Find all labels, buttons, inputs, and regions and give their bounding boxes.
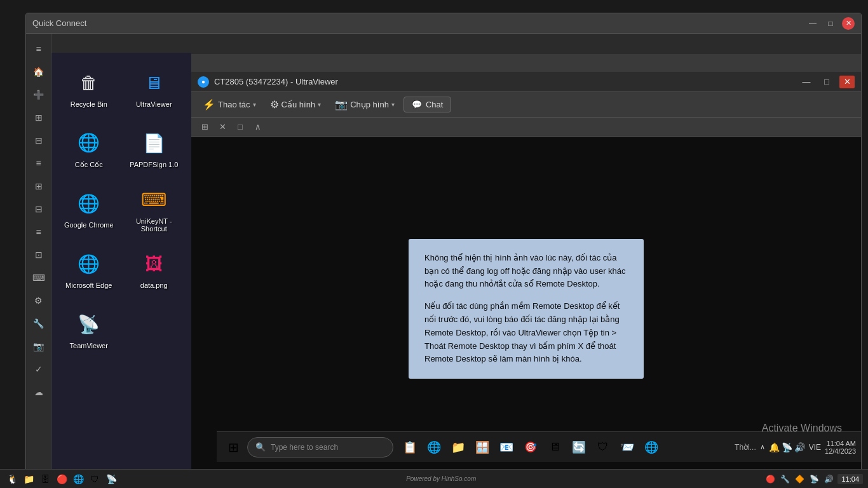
- taskbar-app-gaming[interactable]: 🎯: [519, 436, 542, 459]
- coccoc-icon: 🌐: [74, 128, 104, 158]
- bottom-terminal-icon[interactable]: 🗄: [38, 472, 52, 486]
- taskbar-app-store[interactable]: 🪟: [471, 436, 494, 459]
- sidebar-collapse1-icon[interactable]: ⊟: [29, 130, 49, 151]
- taskbar-time: 11:04 AM: [825, 440, 856, 447]
- cau-hinh-label: Cấu hình: [281, 100, 316, 109]
- outer-maximize-button[interactable]: □: [824, 17, 837, 30]
- bottom-firefox-icon[interactable]: 🔴: [55, 472, 69, 486]
- sub-toolbar-close-icon[interactable]: ✕: [215, 120, 229, 134]
- powered-by-label: Powered by HinhSo.com: [406, 475, 476, 482]
- bottom-mint-icon[interactable]: 🐧: [5, 472, 19, 486]
- sidebar-camera-icon[interactable]: 📷: [29, 336, 49, 356]
- chup-hinh-button[interactable]: 📷 Chụp hình ▾: [330, 96, 400, 113]
- sidebar-home-icon[interactable]: 🏠: [29, 62, 49, 82]
- taskbar-app-sync[interactable]: 🔄: [567, 436, 590, 459]
- teamviewer-icon: 📡: [74, 309, 104, 339]
- taskbar-app-edge[interactable]: 🌐: [423, 436, 445, 459]
- desktop-icon-teamviewer[interactable]: 📡 TeamViewer: [58, 301, 120, 358]
- bottom-orange-icon[interactable]: 🔶: [793, 473, 806, 485]
- sidebar-keyboard-icon[interactable]: ⌨: [29, 268, 49, 288]
- sidebar-menu3-icon[interactable]: ≡: [29, 222, 49, 242]
- desktop-icon-edge[interactable]: 🌐 Microsoft Edge: [58, 240, 120, 297]
- sidebar-cloud-icon[interactable]: ☁: [29, 382, 49, 402]
- start-button[interactable]: ⊞: [222, 436, 245, 459]
- edge-icon: 🌐: [74, 248, 104, 279]
- taskbar-app-shield[interactable]: 🛡: [592, 436, 614, 459]
- outer-window-controls: — □ ✕: [806, 17, 855, 30]
- sidebar-expand2-icon[interactable]: ⊞: [29, 176, 49, 196]
- bottom-network2-icon[interactable]: 📡: [808, 473, 820, 485]
- bottom-bar-right: 🔴 🔧 🔶 📡 🔊 11:04: [764, 473, 863, 485]
- bottom-red-icon[interactable]: 🔴: [764, 473, 776, 485]
- taskbar-weather: Thời...: [735, 443, 756, 452]
- cau-hinh-chevron-icon: ▾: [318, 101, 321, 108]
- sidebar-tools-icon[interactable]: 🔧: [29, 313, 49, 334]
- notification-icon[interactable]: 🔔: [769, 442, 780, 452]
- datapng-icon: 🖼: [139, 248, 169, 279]
- desktop-icon-coccoc[interactable]: 🌐 Cốc Cốc: [58, 119, 120, 177]
- remote-minimize-button[interactable]: —: [799, 76, 814, 88]
- taskbar-app-monitor[interactable]: 🖥: [543, 436, 566, 459]
- taskbar-app-mail[interactable]: 📧: [495, 436, 518, 459]
- sub-toolbar-grid-icon[interactable]: ⊞: [198, 120, 212, 134]
- sidebar-expand1-icon[interactable]: ⊞: [29, 107, 49, 128]
- outer-minimize-button[interactable]: —: [806, 17, 819, 30]
- outer-titlebar: Quick Connect — □ ✕: [26, 13, 861, 34]
- bottom-sys-icons: 🔴 🔧 🔶 📡 🔊: [764, 473, 835, 485]
- outer-body: ≡ 🏠 ➕ ⊞ ⊟ ≡ ⊞ ⊟ ≡ ⊡ ⌨ ⚙ 🔧 📷 ✓ ☁ Q: [26, 34, 861, 481]
- taskbar-language[interactable]: VIE: [809, 443, 821, 452]
- bottom-tools-icon[interactable]: 🔧: [778, 473, 791, 485]
- desktop-panel: 🗑 Recycle Bin 🖥 UltraViewer 🌐 Cốc Cốc 📄 …: [51, 53, 191, 481]
- desktop-icon-chrome[interactable]: 🌐 Google Chrome: [58, 180, 120, 237]
- taskbar-app-chrome[interactable]: 🌐: [640, 436, 663, 459]
- sidebar-collapse2-icon[interactable]: ⊟: [29, 199, 49, 219]
- thao-tac-label: Thao tác: [218, 100, 250, 109]
- network-icon[interactable]: 📡: [782, 442, 792, 452]
- taskbar-search-box[interactable]: 🔍 Type here to search: [247, 437, 393, 458]
- bottom-antivirus-icon[interactable]: 🛡: [88, 472, 102, 486]
- ultraviewer-label: UltraViewer: [136, 100, 172, 108]
- remote-close-button[interactable]: ✕: [839, 76, 855, 88]
- error-message-box: Không thể hiện thị hình ảnh vào lúc này,…: [409, 239, 644, 379]
- chup-hinh-chevron-icon: ▾: [391, 101, 395, 108]
- sidebar-check-icon[interactable]: ✓: [29, 359, 49, 379]
- sidebar-settings-icon[interactable]: ⊡: [29, 245, 49, 265]
- bottom-teamviewer-bottom-icon[interactable]: 📡: [104, 472, 118, 486]
- search-placeholder: Type here to search: [271, 443, 338, 452]
- volume-icon[interactable]: 🔊: [794, 442, 805, 452]
- taskbar: ⊞ 🔍 Type here to search 📋 🌐 📁 🪟 📧 🎯: [217, 431, 861, 462]
- sub-toolbar-window-icon[interactable]: □: [233, 120, 247, 134]
- bottom-vol-icon[interactable]: 🔊: [822, 473, 835, 485]
- coccoc-label: Cốc Cốc: [75, 161, 103, 169]
- datapng-label: data.png: [140, 281, 168, 289]
- desktop-icon-papdf[interactable]: 📄 PAPDFSign 1.0: [123, 119, 186, 177]
- sidebar-menu-icon[interactable]: ≡: [29, 39, 49, 59]
- taskbar-up-arrow[interactable]: ∧: [760, 443, 765, 451]
- chat-button[interactable]: 💬 Chat: [403, 97, 451, 112]
- taskbar-app-outlook[interactable]: 📨: [616, 436, 639, 459]
- sidebar-gear-icon[interactable]: ⚙: [29, 290, 49, 311]
- bottom-files-icon[interactable]: 📁: [22, 472, 36, 486]
- outer-close-button[interactable]: ✕: [842, 17, 855, 30]
- ultraviewer-icon: 🖥: [139, 67, 169, 98]
- remote-titlebar-left: ● CT2805 (53472234) - UltraViewer: [198, 76, 338, 88]
- chup-hinh-label: Chụp hình: [350, 100, 389, 109]
- taskbar-clock: 11:04 AM 12/4/2023: [825, 440, 856, 455]
- taskbar-apps: 📋 🌐 📁 🪟 📧 🎯 🖥 🔄 🛡 📨 🌐: [398, 436, 663, 459]
- bottom-time-display: 11:04: [837, 474, 863, 484]
- remote-toolbar: ⚡ Thao tác ▾ ⚙ Cấu hình ▾ 📷 Chụp hình: [191, 92, 861, 118]
- cau-hinh-button[interactable]: ⚙ Cấu hình ▾: [265, 96, 327, 113]
- desktop-icon-recycle-bin[interactable]: 🗑 Recycle Bin: [58, 59, 120, 116]
- taskbar-app-multitask[interactable]: 📋: [398, 436, 421, 459]
- remote-window-controls: — □ ✕: [799, 76, 855, 88]
- thao-tac-button[interactable]: ⚡ Thao tác ▾: [198, 96, 261, 113]
- bottom-browser-icon[interactable]: 🌐: [71, 472, 85, 486]
- sidebar-add-icon[interactable]: ➕: [29, 85, 49, 105]
- taskbar-app-explorer[interactable]: 📁: [447, 436, 470, 459]
- desktop-icon-ultraviewer[interactable]: 🖥 UltraViewer: [123, 59, 186, 116]
- sub-toolbar-up-icon[interactable]: ∧: [251, 120, 265, 134]
- remote-maximize-button[interactable]: □: [819, 76, 834, 88]
- sidebar-menu2-icon[interactable]: ≡: [29, 153, 49, 173]
- desktop-icon-unikey[interactable]: ⌨ UniKeyNT - Shortcut: [123, 180, 186, 237]
- desktop-icon-datapng[interactable]: 🖼 data.png: [123, 240, 186, 297]
